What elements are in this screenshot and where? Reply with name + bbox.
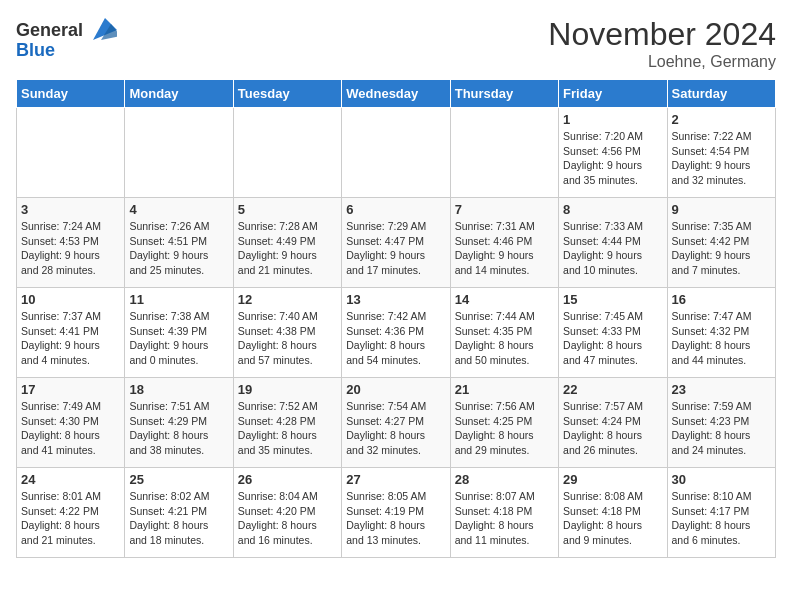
calendar-cell: 10Sunrise: 7:37 AM Sunset: 4:41 PM Dayli… [17,288,125,378]
day-number: 18 [129,382,228,397]
day-info: Sunrise: 8:07 AM Sunset: 4:18 PM Dayligh… [455,489,554,548]
day-number: 3 [21,202,120,217]
day-info: Sunrise: 7:52 AM Sunset: 4:28 PM Dayligh… [238,399,337,458]
day-number: 8 [563,202,662,217]
calendar-cell: 23Sunrise: 7:59 AM Sunset: 4:23 PM Dayli… [667,378,775,468]
calendar-cell [450,108,558,198]
day-info: Sunrise: 8:10 AM Sunset: 4:17 PM Dayligh… [672,489,771,548]
day-info: Sunrise: 8:08 AM Sunset: 4:18 PM Dayligh… [563,489,662,548]
calendar-cell: 7Sunrise: 7:31 AM Sunset: 4:46 PM Daylig… [450,198,558,288]
calendar-cell: 15Sunrise: 7:45 AM Sunset: 4:33 PM Dayli… [559,288,667,378]
day-info: Sunrise: 7:47 AM Sunset: 4:32 PM Dayligh… [672,309,771,368]
calendar-cell: 18Sunrise: 7:51 AM Sunset: 4:29 PM Dayli… [125,378,233,468]
day-number: 19 [238,382,337,397]
calendar-cell: 4Sunrise: 7:26 AM Sunset: 4:51 PM Daylig… [125,198,233,288]
calendar-cell [233,108,341,198]
logo: General Blue [16,16,117,61]
day-info: Sunrise: 7:29 AM Sunset: 4:47 PM Dayligh… [346,219,445,278]
calendar-cell [17,108,125,198]
calendar-cell: 9Sunrise: 7:35 AM Sunset: 4:42 PM Daylig… [667,198,775,288]
day-info: Sunrise: 7:26 AM Sunset: 4:51 PM Dayligh… [129,219,228,278]
title-area: November 2024 Loehne, Germany [548,16,776,71]
day-number: 7 [455,202,554,217]
calendar-cell [342,108,450,198]
day-info: Sunrise: 7:42 AM Sunset: 4:36 PM Dayligh… [346,309,445,368]
day-number: 10 [21,292,120,307]
weekday-header-row: SundayMondayTuesdayWednesdayThursdayFrid… [17,80,776,108]
day-info: Sunrise: 7:56 AM Sunset: 4:25 PM Dayligh… [455,399,554,458]
day-number: 21 [455,382,554,397]
calendar-week-row: 3Sunrise: 7:24 AM Sunset: 4:53 PM Daylig… [17,198,776,288]
day-info: Sunrise: 7:57 AM Sunset: 4:24 PM Dayligh… [563,399,662,458]
day-info: Sunrise: 7:35 AM Sunset: 4:42 PM Dayligh… [672,219,771,278]
day-number: 27 [346,472,445,487]
calendar-cell: 3Sunrise: 7:24 AM Sunset: 4:53 PM Daylig… [17,198,125,288]
calendar-week-row: 24Sunrise: 8:01 AM Sunset: 4:22 PM Dayli… [17,468,776,558]
day-info: Sunrise: 7:59 AM Sunset: 4:23 PM Dayligh… [672,399,771,458]
day-info: Sunrise: 7:20 AM Sunset: 4:56 PM Dayligh… [563,129,662,188]
day-number: 6 [346,202,445,217]
logo-icon [85,16,117,44]
day-number: 22 [563,382,662,397]
calendar-cell: 14Sunrise: 7:44 AM Sunset: 4:35 PM Dayli… [450,288,558,378]
day-info: Sunrise: 7:51 AM Sunset: 4:29 PM Dayligh… [129,399,228,458]
day-number: 13 [346,292,445,307]
day-number: 12 [238,292,337,307]
logo-general-text: General [16,20,83,41]
calendar-cell: 16Sunrise: 7:47 AM Sunset: 4:32 PM Dayli… [667,288,775,378]
day-number: 29 [563,472,662,487]
calendar-cell: 30Sunrise: 8:10 AM Sunset: 4:17 PM Dayli… [667,468,775,558]
calendar-cell: 22Sunrise: 7:57 AM Sunset: 4:24 PM Dayli… [559,378,667,468]
day-info: Sunrise: 8:01 AM Sunset: 4:22 PM Dayligh… [21,489,120,548]
day-info: Sunrise: 7:44 AM Sunset: 4:35 PM Dayligh… [455,309,554,368]
day-info: Sunrise: 8:05 AM Sunset: 4:19 PM Dayligh… [346,489,445,548]
day-number: 26 [238,472,337,487]
day-info: Sunrise: 7:37 AM Sunset: 4:41 PM Dayligh… [21,309,120,368]
day-info: Sunrise: 7:22 AM Sunset: 4:54 PM Dayligh… [672,129,771,188]
calendar-cell: 20Sunrise: 7:54 AM Sunset: 4:27 PM Dayli… [342,378,450,468]
day-info: Sunrise: 7:40 AM Sunset: 4:38 PM Dayligh… [238,309,337,368]
calendar-cell: 11Sunrise: 7:38 AM Sunset: 4:39 PM Dayli… [125,288,233,378]
day-number: 28 [455,472,554,487]
calendar-cell: 1Sunrise: 7:20 AM Sunset: 4:56 PM Daylig… [559,108,667,198]
weekday-header-friday: Friday [559,80,667,108]
calendar-week-row: 1Sunrise: 7:20 AM Sunset: 4:56 PM Daylig… [17,108,776,198]
calendar-cell: 28Sunrise: 8:07 AM Sunset: 4:18 PM Dayli… [450,468,558,558]
day-info: Sunrise: 7:49 AM Sunset: 4:30 PM Dayligh… [21,399,120,458]
calendar-cell: 25Sunrise: 8:02 AM Sunset: 4:21 PM Dayli… [125,468,233,558]
calendar-cell: 24Sunrise: 8:01 AM Sunset: 4:22 PM Dayli… [17,468,125,558]
calendar-week-row: 10Sunrise: 7:37 AM Sunset: 4:41 PM Dayli… [17,288,776,378]
weekday-header-saturday: Saturday [667,80,775,108]
calendar-cell: 19Sunrise: 7:52 AM Sunset: 4:28 PM Dayli… [233,378,341,468]
month-title: November 2024 [548,16,776,53]
calendar-cell: 17Sunrise: 7:49 AM Sunset: 4:30 PM Dayli… [17,378,125,468]
calendar-cell: 21Sunrise: 7:56 AM Sunset: 4:25 PM Dayli… [450,378,558,468]
calendar-cell: 12Sunrise: 7:40 AM Sunset: 4:38 PM Dayli… [233,288,341,378]
calendar-cell [125,108,233,198]
day-number: 4 [129,202,228,217]
day-number: 24 [21,472,120,487]
day-number: 23 [672,382,771,397]
calendar-cell: 6Sunrise: 7:29 AM Sunset: 4:47 PM Daylig… [342,198,450,288]
day-number: 5 [238,202,337,217]
day-number: 17 [21,382,120,397]
day-info: Sunrise: 7:38 AM Sunset: 4:39 PM Dayligh… [129,309,228,368]
day-number: 15 [563,292,662,307]
day-info: Sunrise: 8:02 AM Sunset: 4:21 PM Dayligh… [129,489,228,548]
day-info: Sunrise: 7:24 AM Sunset: 4:53 PM Dayligh… [21,219,120,278]
calendar-cell: 26Sunrise: 8:04 AM Sunset: 4:20 PM Dayli… [233,468,341,558]
day-number: 14 [455,292,554,307]
day-number: 11 [129,292,228,307]
logo-blue-text: Blue [16,40,55,61]
calendar-cell: 5Sunrise: 7:28 AM Sunset: 4:49 PM Daylig… [233,198,341,288]
calendar-table: SundayMondayTuesdayWednesdayThursdayFrid… [16,79,776,558]
weekday-header-sunday: Sunday [17,80,125,108]
day-info: Sunrise: 7:31 AM Sunset: 4:46 PM Dayligh… [455,219,554,278]
day-number: 30 [672,472,771,487]
weekday-header-wednesday: Wednesday [342,80,450,108]
weekday-header-monday: Monday [125,80,233,108]
page-header: General Blue November 2024 Loehne, Germa… [16,16,776,71]
day-info: Sunrise: 8:04 AM Sunset: 4:20 PM Dayligh… [238,489,337,548]
calendar-cell: 8Sunrise: 7:33 AM Sunset: 4:44 PM Daylig… [559,198,667,288]
day-number: 2 [672,112,771,127]
